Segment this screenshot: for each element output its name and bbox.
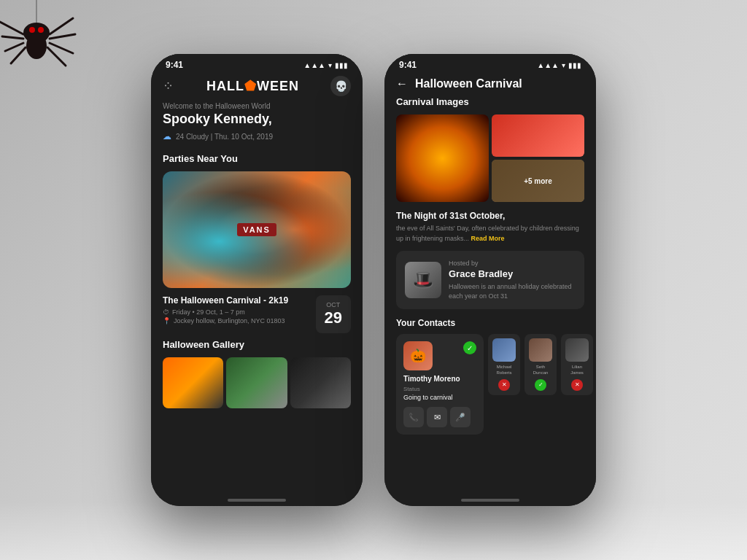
phone-2-time: 9:41	[399, 60, 417, 70]
host-info: Hosted by Grace Bradley Halloween is an …	[449, 260, 576, 300]
check-badge: ✓	[463, 341, 476, 354]
party-image: VANS	[163, 171, 351, 288]
battery-icon: ▮▮▮	[335, 61, 348, 69]
phone-2-screen: 9:41 ▲▲▲ ▾ ▮▮▮ ← Halloween Carnival Carn…	[384, 54, 596, 506]
email-button[interactable]: ✉	[427, 407, 447, 427]
contacts-section: Your Contacts 🎃 ✓ Timothy Moreno Status …	[396, 318, 584, 435]
party-image-inner: VANS	[163, 171, 351, 288]
signal-icon-2: ▲▲▲	[537, 61, 559, 69]
contact-name: Timothy Moreno	[403, 375, 476, 383]
home-indicator-1	[228, 499, 286, 502]
contact-actions: 📞 ✉ 🎤	[403, 407, 476, 427]
weather-text: 24 Cloudy | Thu. 10 Oct, 2019	[176, 133, 273, 141]
user-name: Spooky Kennedy,	[163, 112, 351, 127]
mini-avatar-3	[565, 338, 589, 362]
location-icon: 📍	[163, 317, 171, 324]
cloud-icon: ☁	[163, 131, 171, 141]
phone-2-content: Carnival Images +5 more The Night of 31s…	[384, 96, 596, 494]
carnival-image-sm1	[492, 114, 584, 157]
gallery-item-2	[226, 357, 287, 408]
phone-2-status-icons: ▲▲▲ ▾ ▮▮▮	[537, 61, 581, 69]
back-button[interactable]: ←	[396, 77, 408, 90]
mini-name-1: Michael Roberts	[492, 365, 516, 376]
phone-2-header: ← Halloween Carnival	[384, 73, 596, 96]
read-more-link[interactable]: Read More	[471, 235, 505, 242]
event-location: 📍 Jockey hollow, Burlington, NYC 01803	[163, 317, 316, 324]
mini-badge-1: ✕	[498, 379, 510, 391]
wifi-icon-2: ▾	[562, 61, 565, 69]
mini-name-3: Lilian James	[565, 365, 589, 376]
contacts-title: Your Contacts	[396, 318, 584, 328]
event-info: The Halloween Carnival - 2k19 ⏱ Friday •…	[163, 295, 316, 326]
carnival-images-grid: +5 more	[396, 114, 584, 202]
mini-contact-3: Lilian James ✕	[561, 334, 593, 395]
contact-avatar: 🎃	[403, 341, 433, 370]
phone-1-screen: 9:41 ▲▲▲ ▾ ▮▮▮ ⁘ HALL⬟WEEN 💀 Welcom	[151, 54, 363, 506]
menu-dots-icon[interactable]: ⁘	[163, 78, 175, 94]
gallery-grid	[163, 357, 351, 408]
date-month: Oct	[325, 301, 342, 308]
battery-icon-2: ▮▮▮	[568, 61, 581, 69]
contact-status-label: Status	[403, 386, 476, 392]
phone-1-time: 9:41	[166, 60, 183, 70]
gallery-item-1	[163, 357, 223, 408]
carnival-image-large	[396, 114, 489, 202]
weather-row: ☁ 24 Cloudy | Thu. 10 Oct, 2019	[163, 131, 351, 141]
mini-badge-3: ✕	[571, 379, 583, 391]
host-name: Grace Bradley	[449, 268, 576, 279]
phone-1-header: ⁘ HALL⬟WEEN 💀	[151, 73, 363, 102]
mini-contact-1: Michael Roberts ✕	[488, 334, 520, 395]
host-card: 🎩 Hosted by Grace Bradley Halloween is a…	[396, 251, 584, 309]
carnival-desc-title: The Night of 31st October,	[396, 211, 584, 221]
carnival-images-title: Carnival Images	[396, 96, 584, 107]
page-title: Halloween Carnival	[415, 77, 522, 90]
mini-name-2: Seth Duncan	[529, 365, 552, 376]
event-title: The Halloween Carnival - 2k19	[163, 295, 316, 306]
date-badge: Oct 29	[316, 295, 351, 333]
call-button[interactable]: 📞	[403, 407, 424, 427]
phone-1-status-icons: ▲▲▲ ▾ ▮▮▮	[303, 61, 348, 69]
contacts-row: 🎃 ✓ Timothy Moreno Status Going to carni…	[396, 334, 584, 435]
wifi-icon: ▾	[328, 61, 332, 69]
phone-1: 9:41 ▲▲▲ ▾ ▮▮▮ ⁘ HALL⬟WEEN 💀 Welcom	[151, 54, 363, 506]
event-row: The Halloween Carnival - 2k19 ⏱ Friday •…	[163, 295, 351, 333]
phone-2-status-bar: 9:41 ▲▲▲ ▾ ▮▮▮	[384, 54, 596, 73]
halloween-logo: HALL⬟WEEN	[206, 78, 299, 94]
main-contact-card: 🎃 ✓ Timothy Moreno Status Going to carni…	[396, 334, 484, 435]
home-indicator-2	[461, 499, 519, 502]
carnival-image-sm2: +5 more	[492, 160, 584, 202]
gallery-section-title: Halloween Gallery	[163, 339, 351, 350]
contact-avatar-row: 🎃 ✓	[403, 341, 476, 370]
phone-2: 9:41 ▲▲▲ ▾ ▮▮▮ ← Halloween Carnival Carn…	[384, 54, 596, 506]
event-time: ⏱ Friday • 29 Oct, 1 – 7 pm	[163, 308, 316, 316]
mic-button[interactable]: 🎤	[450, 407, 471, 427]
date-day: 29	[325, 308, 342, 327]
mini-avatar-1	[492, 338, 516, 362]
skull-icon[interactable]: 💀	[330, 76, 351, 96]
parties-section-title: Parties Near You	[163, 153, 351, 164]
host-desc: Halloween is an annual holiday celebrate…	[449, 282, 576, 300]
mini-contacts: Michael Roberts ✕ Seth Duncan ✓ Lilian J…	[488, 334, 593, 395]
carnival-desc-text: the eve of All Saints' Day, often celebr…	[396, 224, 584, 244]
host-avatar: 🎩	[405, 262, 441, 298]
phone-1-content: Welcome to the Halloween World Spooky Ke…	[151, 102, 363, 494]
contact-status-value: Going to carnival	[403, 394, 476, 401]
welcome-text: Welcome to the Halloween World	[163, 102, 351, 110]
vans-label: VANS	[237, 223, 276, 236]
phone-1-status-bar: 9:41 ▲▲▲ ▾ ▮▮▮	[151, 54, 363, 73]
mini-badge-2: ✓	[535, 379, 546, 391]
phones-container: 9:41 ▲▲▲ ▾ ▮▮▮ ⁘ HALL⬟WEEN 💀 Welcom	[0, 0, 747, 560]
more-images-overlay[interactable]: +5 more	[492, 160, 584, 202]
mini-avatar-2	[529, 338, 552, 362]
hosted-by-label: Hosted by	[449, 260, 576, 267]
gallery-item-3	[290, 357, 351, 408]
clock-icon: ⏱	[163, 308, 169, 316]
signal-icon: ▲▲▲	[303, 61, 325, 69]
mini-contact-2: Seth Duncan ✓	[525, 334, 557, 395]
